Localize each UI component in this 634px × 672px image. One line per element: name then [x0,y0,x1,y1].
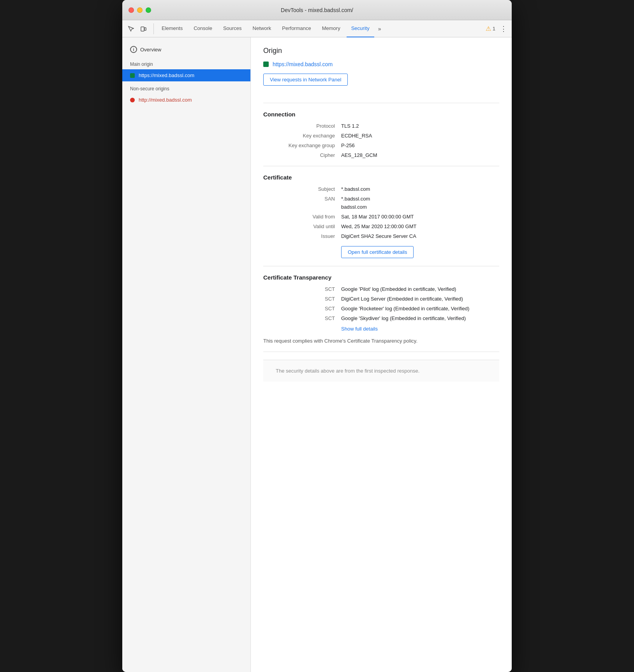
key-exchange-row: Key exchange ECDHE_RSA [263,133,499,139]
cipher-row: Cipher AES_128_GCM [263,152,499,158]
sct-row-3: SCT Google 'Rocketeer' log (Embedded in … [263,306,499,311]
issuer-value: DigiCert SHA2 Secure Server CA [341,233,499,239]
protocol-label: Protocol [263,123,341,129]
view-requests-button[interactable]: View requests in Network Panel [263,74,348,86]
transparency-title: Certificate Transparency [263,274,499,281]
secure-origin-icon [130,73,135,78]
toolbar: Elements Console Sources Network Perform… [122,20,512,37]
san-value-1: *.badssl.com [341,196,499,202]
valid-from-row: Valid from Sat, 18 Mar 2017 00:00:00 GMT [263,214,499,220]
devtools-window: DevTools - mixed.badssl.com/ Elements Co… [122,0,512,672]
key-exchange-group-label: Key exchange group [263,142,341,148]
inspect-icon[interactable] [125,23,136,34]
tab-performance[interactable]: Performance [277,20,315,37]
subject-value: *.badssl.com [341,186,499,192]
origin-secure-icon [263,62,269,67]
sct-label-3: SCT [263,306,341,311]
tab-console[interactable]: Console [189,20,217,37]
titlebar: DevTools - mixed.badssl.com/ [122,0,512,20]
valid-from-value: Sat, 18 Mar 2017 00:00:00 GMT [341,214,499,220]
sidebar: i Overview Main origin https://mixed.bad… [122,37,251,672]
footer-note: The security details above are from the … [263,360,499,382]
sidebar-item-non-secure[interactable]: http://mixed.badssl.com [122,94,250,106]
svg-rect-1 [144,28,146,30]
warning-badge[interactable]: ⚠ 1 [486,25,495,32]
close-button[interactable] [129,7,134,13]
insecure-origin-icon [130,98,135,102]
sct-label-4: SCT [263,315,341,321]
san-row: SAN *.badssl.com badssl.com [263,196,499,210]
valid-until-row: Valid until Wed, 25 Mar 2020 12:00:00 GM… [263,223,499,229]
traffic-lights [129,7,151,13]
origin-url-link[interactable]: https://mixed.badssl.com [273,61,333,67]
sct-label-1: SCT [263,286,341,292]
origin-header: https://mixed.badssl.com [263,61,499,67]
minimize-button[interactable] [137,7,143,13]
sidebar-item-main-origin[interactable]: https://mixed.badssl.com [122,69,250,81]
warning-icon: ⚠ [486,25,491,32]
protocol-value: TLS 1.2 [341,123,499,129]
divider-1 [263,103,499,103]
non-secure-origins-label: Non-secure origins [122,81,250,94]
menu-button[interactable]: ⋮ [498,25,509,33]
issuer-label: Issuer [263,233,341,239]
window-title: DevTools - mixed.badssl.com/ [129,7,505,13]
valid-until-value: Wed, 25 Mar 2020 12:00:00 GMT [341,223,499,229]
tab-memory[interactable]: Memory [317,20,345,37]
san-value-2: badssl.com [341,204,499,210]
sct-row-1: SCT Google 'Pilot' log (Embedded in cert… [263,286,499,292]
main-origin-url: https://mixed.badssl.com [139,72,194,78]
cipher-label: Cipher [263,152,341,158]
key-exchange-group-row: Key exchange group P-256 [263,142,499,148]
more-tabs-button[interactable]: » [376,20,384,37]
tab-elements[interactable]: Elements [157,20,187,37]
sct-row-2: SCT DigiCert Log Server (Embedded in cer… [263,296,499,302]
device-icon[interactable] [138,23,149,34]
sct-value-3: Google 'Rocketeer' log (Embedded in cert… [341,306,499,311]
main-panel: Origin https://mixed.badssl.com View req… [251,37,512,672]
issuer-row: Issuer DigiCert SHA2 Secure Server CA [263,233,499,239]
open-cert-button[interactable]: Open full certificate details [341,246,414,258]
sct-value-4: Google 'Skydiver' log (Embedded in certi… [341,315,499,321]
san-label: SAN [263,196,341,210]
maximize-button[interactable] [146,7,151,13]
san-values: *.badssl.com badssl.com [341,196,499,210]
transparency-section: Certificate Transparency SCT Google 'Pil… [263,274,499,344]
content: i Overview Main origin https://mixed.bad… [122,37,512,672]
divider-2 [263,166,499,166]
certificate-section: Certificate Subject *.badssl.com SAN *.b… [263,174,499,258]
sct-label-2: SCT [263,296,341,302]
tab-security[interactable]: Security [347,20,374,37]
main-origin-label: Main origin [122,57,250,69]
divider-3 [263,266,499,266]
transparency-policy-note: This request complies with Chrome's Cert… [263,338,499,344]
connection-title: Connection [263,111,499,118]
cipher-value: AES_128_GCM [341,152,499,158]
subject-row: Subject *.badssl.com [263,186,499,192]
sct-row-4: SCT Google 'Skydiver' log (Embedded in c… [263,315,499,321]
valid-from-label: Valid from [263,214,341,220]
certificate-title: Certificate [263,174,499,181]
non-secure-url: http://mixed.badssl.com [139,97,192,103]
subject-label: Subject [263,186,341,192]
key-exchange-group-value: P-256 [341,142,499,148]
tab-sources[interactable]: Sources [218,20,247,37]
info-icon: i [130,46,137,53]
sidebar-overview[interactable]: i Overview [122,42,250,57]
sct-value-2: DigiCert Log Server (Embedded in certifi… [341,296,499,302]
key-exchange-label: Key exchange [263,133,341,139]
tab-network[interactable]: Network [248,20,276,37]
show-full-details-link[interactable]: Show full details [341,326,378,332]
valid-until-label: Valid until [263,223,341,229]
key-exchange-value: ECDHE_RSA [341,133,499,139]
sct-value-1: Google 'Pilot' log (Embedded in certific… [341,286,499,292]
origin-title: Origin [263,47,499,55]
connection-section: Connection Protocol TLS 1.2 Key exchange… [263,111,499,158]
toolbar-icons [125,23,154,34]
divider-4 [263,352,499,352]
svg-rect-0 [141,27,144,31]
toolbar-right: ⚠ 1 ⋮ [486,25,509,33]
protocol-row: Protocol TLS 1.2 [263,123,499,129]
